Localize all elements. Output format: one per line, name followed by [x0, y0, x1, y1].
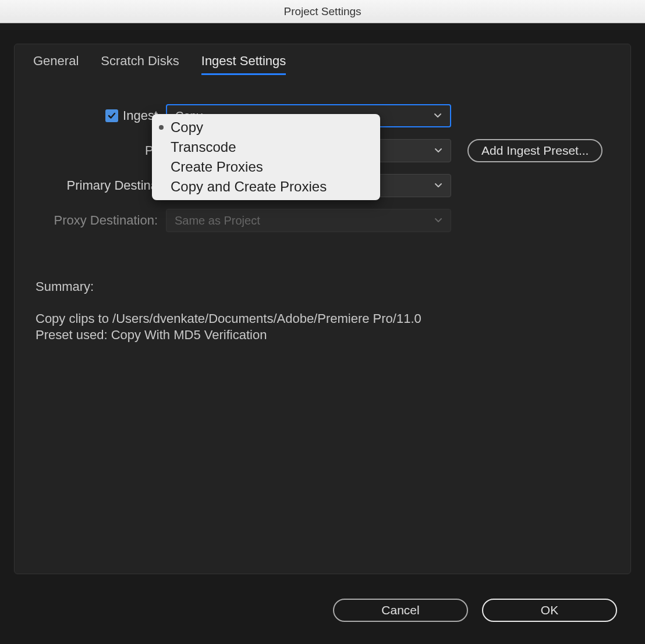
chevron-down-icon [434, 147, 442, 155]
chevron-down-icon [434, 112, 442, 120]
primary-destination-label-cell: Primary Destina [32, 178, 166, 193]
summary-heading: Summary: [36, 279, 609, 296]
summary-block: Summary: Copy clips to /Users/dvenkate/D… [32, 244, 613, 344]
proxy-destination-label-cell: Proxy Destination: [32, 213, 166, 228]
chevron-down-icon [434, 182, 442, 190]
ingest-option-create-proxies[interactable]: Create Proxies [152, 157, 380, 177]
tab-general[interactable]: General [33, 54, 79, 75]
primary-destination-label-partial: Primary Destina [67, 178, 158, 193]
ingest-checkbox[interactable] [105, 109, 118, 122]
dialog-button-row: Cancel OK [333, 599, 617, 622]
tabs-bar: General Scratch Disks Ingest Settings [15, 44, 630, 75]
option-label: Create Proxies [171, 159, 263, 175]
ingest-option-copy-and-create-proxies[interactable]: Copy and Create Proxies [152, 177, 380, 197]
row-proxy-destination: Proxy Destination: Same as Project [32, 209, 613, 232]
chevron-down-icon [434, 216, 442, 225]
option-label: Copy [171, 119, 203, 136]
tab-scratch-disks[interactable]: Scratch Disks [101, 54, 179, 75]
ingest-option-copy[interactable]: Copy [152, 118, 380, 137]
ingest-label-cell: Ingest [32, 108, 166, 123]
summary-line-2: Preset used: Copy With MD5 Verification [36, 327, 609, 344]
proxy-destination-label: Proxy Destination: [54, 213, 158, 228]
add-ingest-preset-button[interactable]: Add Ingest Preset... [467, 139, 603, 162]
window-title: Project Settings [283, 5, 361, 18]
ingest-option-transcode[interactable]: Transcode [152, 137, 380, 157]
option-label: Transcode [171, 139, 236, 155]
ingest-dropdown-menu[interactable]: Copy Transcode Create Proxies Copy and C… [152, 114, 380, 200]
summary-line-1: Copy clips to /Users/dvenkate/Documents/… [36, 311, 609, 328]
proxy-destination-dropdown: Same as Project [166, 209, 451, 232]
selected-bullet-icon [159, 125, 164, 130]
option-label: Copy and Create Proxies [171, 179, 327, 195]
tab-ingest-settings[interactable]: Ingest Settings [201, 54, 286, 75]
checkmark-icon [107, 111, 116, 120]
cancel-button[interactable]: Cancel [333, 599, 468, 622]
preset-label-cell: Pr [32, 143, 166, 158]
proxy-destination-value: Same as Project [175, 214, 260, 227]
window-titlebar: Project Settings [0, 0, 645, 23]
ok-button[interactable]: OK [482, 599, 617, 622]
